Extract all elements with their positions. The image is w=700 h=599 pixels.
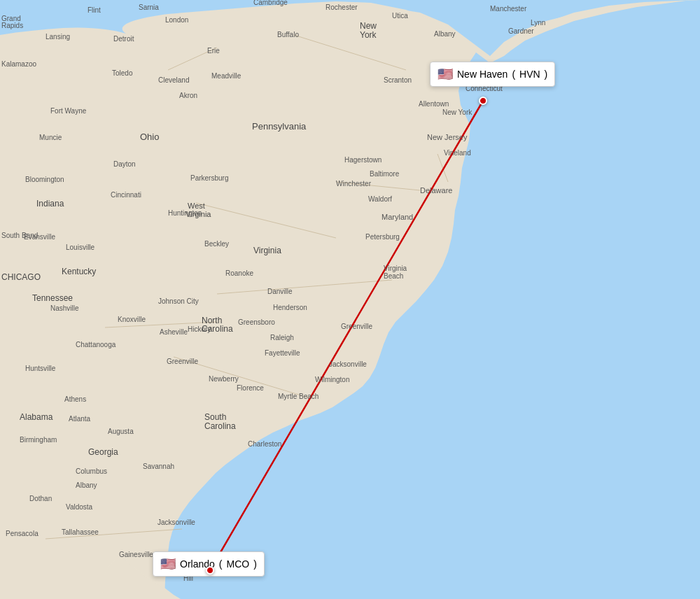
svg-text:New York: New York [442,108,472,116]
map-container: Cambridge Rochester Utica Manchester Gra… [0,0,700,599]
mco-airport-dot [206,566,214,575]
hvn-airport-dot [479,97,487,105]
svg-text:Greenville: Greenville [341,323,372,330]
svg-text:Sarnia: Sarnia [139,3,159,11]
svg-text:Gainesville: Gainesville [119,551,153,558]
svg-text:Manchester: Manchester [490,5,527,13]
svg-text:New Jersey: New Jersey [427,133,468,141]
svg-text:Henderson: Henderson [273,304,307,311]
svg-text:Delaware: Delaware [420,186,452,195]
svg-text:Dothan: Dothan [29,495,52,502]
svg-text:Rapids: Rapids [1,22,23,29]
svg-text:Rochester: Rochester [326,3,358,11]
svg-text:Fayetteville: Fayetteville [265,349,300,357]
svg-text:Beach: Beach [384,272,403,280]
svg-text:Albany: Albany [76,481,97,489]
svg-text:Muncie: Muncie [39,134,62,141]
svg-text:Vineland: Vineland [444,149,471,157]
svg-text:Bloomington: Bloomington [25,176,64,183]
svg-text:Roanoke: Roanoke [225,269,253,277]
svg-text:Nashville: Nashville [50,304,79,312]
svg-text:Georgia: Georgia [88,447,118,457]
hvn-airport-code: HVN [519,69,540,80]
svg-text:Pensacola: Pensacola [6,530,38,537]
svg-text:Greensboro: Greensboro [238,318,275,326]
svg-text:Lansing: Lansing [46,33,70,41]
svg-text:Hickory: Hickory [188,325,211,333]
svg-text:Akron: Akron [179,92,197,99]
svg-text:Cleveland: Cleveland [158,76,189,84]
svg-text:Detroit: Detroit [113,35,134,43]
svg-text:Utica: Utica [392,12,408,20]
svg-text:Jacksonville: Jacksonville [329,360,367,368]
svg-text:Indiana: Indiana [36,199,64,209]
svg-text:London: London [165,16,188,24]
svg-text:Myrtle Beach: Myrtle Beach [278,393,318,400]
svg-text:West: West [188,202,205,210]
svg-text:New: New [360,21,377,31]
svg-text:Danville: Danville [267,288,293,295]
svg-text:Augusta: Augusta [108,428,134,435]
svg-text:Kentucky: Kentucky [62,267,96,276]
svg-text:Newberry: Newberry [209,375,239,383]
svg-text:Athens: Athens [64,395,86,403]
svg-text:York: York [360,30,377,40]
svg-text:Flint: Flint [88,6,101,14]
svg-text:Jacksonville: Jacksonville [158,519,195,526]
svg-text:Chattanooga: Chattanooga [76,341,116,348]
svg-text:Carolina: Carolina [204,421,236,431]
svg-text:South Bend: South Bend [1,232,38,239]
svg-text:Winchester: Winchester [336,180,372,188]
svg-text:Dayton: Dayton [113,160,136,168]
hvn-flag: 🇺🇸 [438,66,453,82]
mco-flag: 🇺🇸 [160,556,176,572]
map-svg: Cambridge Rochester Utica Manchester Gra… [0,0,700,599]
svg-text:Virginia: Virginia [186,210,211,218]
svg-text:Louisville: Louisville [66,244,95,251]
svg-text:Birmingham: Birmingham [20,436,57,444]
svg-text:Meadville: Meadville [211,72,241,80]
svg-text:Charleston: Charleston [248,440,281,448]
hvn-airport-label: 🇺🇸 New Haven (HVN) [430,62,555,87]
svg-text:Erie: Erie [207,47,220,55]
svg-text:Knoxville: Knoxville [118,316,146,323]
svg-text:Tallahassee: Tallahassee [62,528,99,536]
svg-text:Raleigh: Raleigh [270,334,294,341]
svg-text:Petersburg: Petersburg [365,233,400,241]
svg-text:Florence: Florence [237,384,264,392]
svg-text:Kalamazoo: Kalamazoo [1,60,36,68]
svg-text:Parkersburg: Parkersburg [190,174,228,182]
svg-text:Beckley: Beckley [204,240,229,248]
svg-text:South: South [204,412,226,422]
svg-text:Pennsylvania: Pennsylvania [252,121,307,132]
svg-text:Gardner: Gardner [508,27,534,35]
svg-text:Columbus: Columbus [76,467,107,475]
svg-text:Cincinnati: Cincinnati [111,191,141,199]
svg-text:Allentown: Allentown [419,100,449,108]
svg-text:Lynn: Lynn [531,19,545,27]
svg-text:Virginia: Virginia [253,246,281,255]
svg-text:Atlanta: Atlanta [69,415,91,423]
svg-text:Waldorf: Waldorf [368,195,392,203]
svg-text:Savannah: Savannah [143,463,174,470]
svg-text:Virginia: Virginia [384,265,407,272]
svg-text:Ohio: Ohio [140,132,159,142]
svg-text:Valdosta: Valdosta [66,503,93,511]
svg-text:Alabama: Alabama [20,412,53,422]
svg-text:Buffalo: Buffalo [277,31,299,38]
mco-airport-code: MCO [226,558,249,570]
svg-text:Huntsville: Huntsville [25,365,56,372]
svg-text:Cambridge: Cambridge [253,0,288,6]
svg-text:Tennessee: Tennessee [32,293,73,303]
svg-text:Greenville: Greenville [167,358,198,365]
svg-text:Maryland: Maryland [382,213,413,221]
svg-text:Albany: Albany [434,30,456,38]
hvn-airport-name: New Haven [457,69,507,80]
svg-text:Hagerstown: Hagerstown [344,156,382,164]
svg-text:Wilmington: Wilmington [315,376,349,383]
svg-text:Toledo: Toledo [112,69,133,77]
svg-text:Baltimore: Baltimore [370,170,400,178]
svg-text:Scranton: Scranton [384,76,412,84]
svg-text:Johnson City: Johnson City [158,297,199,305]
svg-text:Asheville: Asheville [160,328,188,336]
